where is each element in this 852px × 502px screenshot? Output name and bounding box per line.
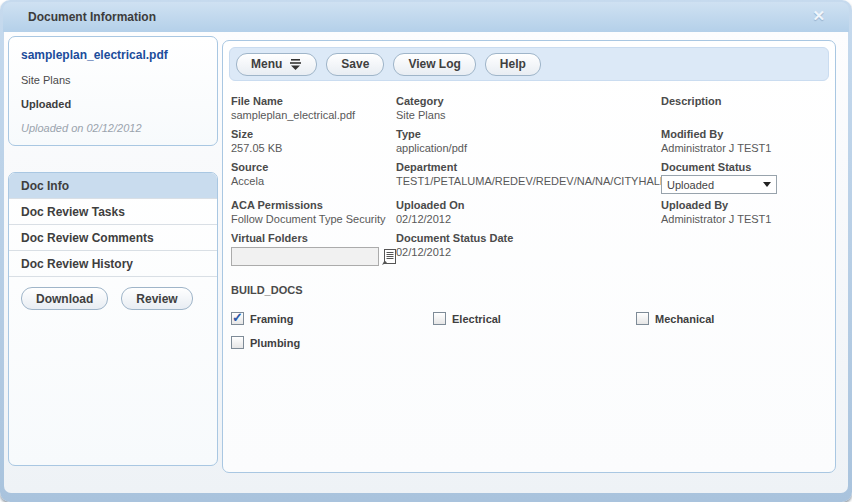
field-label: Modified By bbox=[661, 127, 827, 141]
field-label: Type bbox=[396, 127, 661, 141]
checkbox-item-plumbing: Plumbing bbox=[231, 336, 433, 349]
field-label: Description bbox=[661, 94, 827, 108]
nav-item-doc-review-comments[interactable]: Doc Review Comments bbox=[9, 225, 217, 251]
field-value: 02/12/2012 bbox=[396, 212, 661, 227]
field-value: Administrator J TEST1 bbox=[661, 212, 827, 227]
menu-button-label: Menu bbox=[251, 57, 282, 71]
file-name-link[interactable]: sampleplan_electrical.pdf bbox=[21, 48, 205, 62]
field-value: application/pdf bbox=[396, 141, 661, 156]
field-label: Uploaded By bbox=[661, 198, 827, 212]
field-type: Type application/pdf bbox=[396, 127, 661, 156]
field-label: Document Status Date bbox=[396, 231, 661, 245]
doc-info-panel: Menu Save View Log Help bbox=[222, 40, 836, 473]
checkbox-item-electrical: Electrical bbox=[433, 312, 636, 325]
file-summary-card: sampleplan_electrical.pdf Site Plans Upl… bbox=[8, 36, 218, 146]
virtual-folders-input[interactable] bbox=[231, 247, 379, 266]
build-docs-title: BUILD_DOCS bbox=[231, 284, 827, 296]
menu-button[interactable]: Menu bbox=[236, 53, 317, 76]
help-button[interactable]: Help bbox=[485, 53, 541, 76]
field-source: Source Accela bbox=[231, 160, 396, 194]
field-virtual-folders: Virtual Folders bbox=[231, 231, 396, 266]
close-icon[interactable]: ✕ bbox=[812, 7, 825, 25]
document-form: File Name sampleplan_electrical.pdf Cate… bbox=[231, 94, 827, 270]
field-value: 02/12/2012 bbox=[396, 245, 661, 260]
field-uploaded-on: Uploaded On 02/12/2012 bbox=[396, 198, 661, 227]
field-label: ACA Permissions bbox=[231, 198, 396, 212]
nav-item-doc-info[interactable]: Doc Info bbox=[9, 173, 217, 199]
field-document-status-date: Document Status Date 02/12/2012 bbox=[396, 231, 661, 266]
field-uploaded-by: Uploaded By Administrator J TEST1 bbox=[661, 198, 827, 227]
field-aca-permissions: ACA Permissions Follow Document Type Sec… bbox=[231, 198, 396, 227]
checkbox-label: Plumbing bbox=[250, 337, 300, 349]
chevron-down-icon bbox=[763, 182, 771, 187]
field-value: 257.05 KB bbox=[231, 141, 396, 156]
document-status-selected-value: Uploaded bbox=[667, 179, 714, 191]
toolbar: Menu Save View Log Help bbox=[229, 47, 829, 81]
field-size: Size 257.05 KB bbox=[231, 127, 396, 156]
field-file-name: File Name sampleplan_electrical.pdf bbox=[231, 94, 396, 123]
build-docs-checkbox-grid: Framing Electrical Mechanical Plumb bbox=[231, 312, 827, 349]
field-description: Description bbox=[661, 94, 827, 123]
file-status: Uploaded bbox=[21, 98, 205, 110]
doc-nav-card: Doc Info Doc Review Tasks Doc Review Com… bbox=[8, 172, 218, 466]
mechanical-checkbox[interactable] bbox=[636, 312, 649, 325]
field-label: Size bbox=[231, 127, 396, 141]
nav-item-doc-review-history[interactable]: Doc Review History bbox=[9, 251, 217, 277]
build-docs-section: BUILD_DOCS Framing Electrical Mechani bbox=[231, 284, 827, 349]
checkbox-item-framing: Framing bbox=[231, 312, 433, 325]
review-button[interactable]: Review bbox=[121, 287, 192, 310]
nav-item-doc-review-tasks[interactable]: Doc Review Tasks bbox=[9, 199, 217, 225]
sidebar-button-row: Download Review bbox=[9, 277, 217, 310]
field-category: Category Site Plans bbox=[396, 94, 661, 123]
field-label: Department bbox=[396, 160, 661, 174]
window-title: Document Information bbox=[28, 10, 156, 24]
file-category: Site Plans bbox=[21, 74, 205, 86]
electrical-checkbox[interactable] bbox=[433, 312, 446, 325]
field-label: File Name bbox=[231, 94, 396, 108]
field-label: Uploaded On bbox=[396, 198, 661, 212]
field-label: Category bbox=[396, 94, 661, 108]
checkbox-label: Mechanical bbox=[655, 313, 714, 325]
window-titlebar: Document Information ✕ bbox=[3, 2, 849, 32]
field-label: Source bbox=[231, 160, 396, 174]
field-value: Accela bbox=[231, 174, 396, 189]
field-document-status: Document Status Uploaded bbox=[661, 160, 827, 194]
window-body: sampleplan_electrical.pdf Site Plans Upl… bbox=[4, 32, 848, 493]
file-status-note: Uploaded on 02/12/2012 bbox=[21, 122, 205, 134]
field-value: TEST1/PETALUMA/REDEV/REDEV/NA/NA/CITYHAL… bbox=[396, 174, 661, 189]
checkbox-label: Framing bbox=[250, 313, 293, 325]
plumbing-checkbox[interactable] bbox=[231, 336, 244, 349]
field-label: Document Status bbox=[661, 160, 827, 174]
checkbox-label: Electrical bbox=[452, 313, 501, 325]
document-information-window: Document Information ✕ sampleplan_electr… bbox=[0, 0, 852, 502]
virtual-folders-row bbox=[231, 247, 396, 266]
field-value: sampleplan_electrical.pdf bbox=[231, 108, 396, 123]
view-log-button[interactable]: View Log bbox=[393, 53, 475, 76]
field-value bbox=[661, 108, 827, 123]
field-value: Follow Document Type Security bbox=[231, 212, 396, 227]
framing-checkbox[interactable] bbox=[231, 312, 244, 325]
menu-dropdown-icon bbox=[289, 59, 302, 70]
document-status-select[interactable]: Uploaded bbox=[661, 175, 777, 194]
field-department: Department TEST1/PETALUMA/REDEV/REDEV/NA… bbox=[396, 160, 661, 194]
download-button[interactable]: Download bbox=[21, 287, 108, 310]
field-value: Administrator J TEST1 bbox=[661, 141, 827, 156]
field-label: Virtual Folders bbox=[231, 231, 396, 245]
screen: Document Information ✕ sampleplan_electr… bbox=[0, 0, 852, 502]
field-modified-by: Modified By Administrator J TEST1 bbox=[661, 127, 827, 156]
field-value: Site Plans bbox=[396, 108, 661, 123]
field-spacer bbox=[661, 231, 827, 266]
save-button[interactable]: Save bbox=[326, 53, 384, 76]
checkbox-item-mechanical: Mechanical bbox=[636, 312, 827, 325]
